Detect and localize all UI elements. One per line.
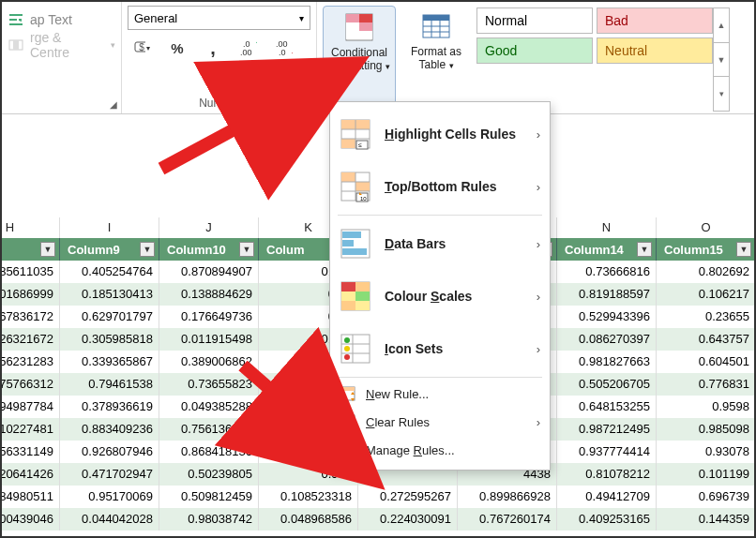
conditional-formatting-button[interactable]: ConditionalFormatting ▾ (323, 6, 396, 112)
alignment-dialog-launcher[interactable]: ◢ (110, 99, 117, 110)
table-cell[interactable]: 0.604501 (657, 351, 756, 373)
table-cell[interactable]: 0.756136164 (159, 418, 259, 441)
table-cell[interactable]: 56231283 (0, 351, 60, 373)
table-cell[interactable]: 56331149 (0, 441, 60, 463)
table-cell[interactable]: 85611035 (0, 261, 60, 283)
table-cell[interactable]: 94987784 (0, 396, 60, 418)
table-cell[interactable]: 0.899866928 (458, 486, 557, 508)
table-cell[interactable]: 0.378936619 (60, 396, 159, 418)
table-cell[interactable]: 0.471702947 (60, 463, 159, 486)
style-scroll-more[interactable]: ▾ (714, 77, 729, 111)
table-cell[interactable]: 0.106217 (657, 283, 756, 306)
table-header-cell[interactable]: Column9▼ (60, 238, 159, 261)
table-cell[interactable]: 0.696739 (657, 486, 756, 508)
table-cell[interactable]: 0.389006862 (159, 351, 259, 373)
table-cell[interactable]: 20641426 (0, 463, 60, 486)
table-cell[interactable]: 0.79461538 (60, 373, 159, 396)
table-cell[interactable]: 0.011915498 (159, 328, 259, 351)
wrap-text-button[interactable]: ap Text (8, 11, 115, 28)
filter-dropdown-icon[interactable]: ▼ (736, 242, 751, 257)
table-cell[interactable]: 0.144359 (657, 508, 756, 531)
increase-decimal-button[interactable]: .0.00 (234, 36, 263, 60)
format-as-table-button[interactable]: Format asTable ▾ (400, 6, 473, 112)
table-cell[interactable]: 0.870894907 (159, 261, 259, 283)
comma-button[interactable]: , (199, 36, 227, 60)
menu-new-rule[interactable]: New Rule... (330, 380, 550, 408)
table-cell[interactable]: 0.224030091 (358, 508, 458, 531)
table-cell[interactable]: 0.73666816 (557, 261, 657, 283)
table-cell[interactable]: 0.98038742 (159, 508, 259, 531)
table-cell[interactable]: 67836172 (0, 306, 60, 328)
table-cell[interactable]: 0.648153255 (557, 396, 657, 418)
table-cell[interactable]: 0.509812459 (159, 486, 259, 508)
table-cell[interactable]: 0.987212495 (557, 418, 657, 441)
table-cell[interactable]: 0.985098 (657, 418, 756, 441)
filter-dropdown-icon[interactable]: ▼ (140, 242, 155, 257)
table-cell[interactable]: 0.802692 (657, 261, 756, 283)
menu-highlight-cells-rules[interactable]: ≤ Highlight Cells Rules › (330, 108, 550, 160)
table-cell[interactable]: 0.93078 (657, 441, 756, 463)
menu-manage-rules[interactable]: Manage Rules... (330, 436, 550, 464)
number-dialog-launcher[interactable]: ◢ (305, 99, 312, 110)
merge-centre-button[interactable]: rge & Centre ▾ (8, 30, 115, 60)
table-cell[interactable]: 0.409253165 (557, 508, 657, 531)
table-cell[interactable]: 0.529943396 (557, 306, 657, 328)
column-header[interactable]: J (159, 217, 259, 238)
table-cell[interactable]: 0.138884629 (159, 283, 259, 306)
percent-button[interactable]: % (163, 36, 191, 60)
menu-data-bars[interactable]: Data Bars › (330, 217, 550, 270)
table-cell[interactable]: 0.108523318 (259, 486, 358, 508)
style-normal[interactable]: Normal (476, 7, 593, 34)
table-cell[interactable]: 00439046 (0, 508, 60, 531)
style-scroll-down[interactable]: ▼ (714, 43, 729, 78)
table-cell[interactable]: 0.044042028 (60, 508, 159, 531)
table-cell[interactable]: 0.049385288 (159, 396, 259, 418)
table-header-cell[interactable]: umn8▼ (0, 238, 60, 261)
column-header[interactable]: H (0, 217, 60, 238)
table-cell[interactable]: 0.767260174 (458, 508, 557, 531)
table-cell[interactable]: 0.339365867 (60, 351, 159, 373)
table-cell[interactable]: 0.505206705 (557, 373, 657, 396)
table-cell[interactable]: 0.101199 (657, 463, 756, 486)
table-cell[interactable]: 0.49412709 (557, 486, 657, 508)
table-cell[interactable]: 0.185130413 (60, 283, 159, 306)
table-cell[interactable]: 26321672 (0, 328, 60, 351)
table-cell[interactable]: 0.629701797 (60, 306, 159, 328)
table-cell[interactable]: 0.883409236 (60, 418, 159, 441)
table-cell[interactable]: 0.81078212 (557, 463, 657, 486)
filter-dropdown-icon[interactable]: ▼ (637, 242, 652, 257)
menu-top-bottom-rules[interactable]: 10 Top/Bottom Rules › (330, 160, 550, 213)
table-cell[interactable]: 0.405254764 (60, 261, 159, 283)
table-cell[interactable]: 0.926807946 (60, 441, 159, 463)
style-neutral[interactable]: Neutral (597, 37, 713, 64)
table-cell[interactable]: 0.086270397 (557, 328, 657, 351)
table-cell[interactable]: 01686999 (0, 283, 60, 306)
style-scroll-up[interactable]: ▲ (714, 8, 729, 43)
table-cell[interactable]: 0.272595267 (358, 486, 458, 508)
table-cell[interactable]: 0.305985818 (60, 328, 159, 351)
table-cell[interactable]: 10227481 (0, 418, 60, 441)
menu-clear-rules[interactable]: Clear Rules › (330, 408, 550, 436)
table-cell[interactable]: 0.176649736 (159, 306, 259, 328)
number-format-select[interactable]: General ▾ (128, 6, 310, 30)
table-cell[interactable]: 0.048968586 (259, 508, 358, 531)
column-header[interactable]: N (557, 217, 657, 238)
table-header-cell[interactable]: Column14▼ (557, 238, 657, 261)
style-bad[interactable]: Bad (597, 7, 713, 34)
table-cell[interactable]: 84980511 (0, 486, 60, 508)
table-cell[interactable]: 75766312 (0, 373, 60, 396)
filter-dropdown-icon[interactable]: ▼ (239, 242, 254, 257)
table-cell[interactable]: 0.50239805 (159, 463, 259, 486)
menu-icon-sets[interactable]: Icon Sets › (330, 322, 550, 375)
table-cell[interactable]: 0.776831 (657, 373, 756, 396)
table-cell[interactable]: 0.981827663 (557, 351, 657, 373)
style-good[interactable]: Good (476, 37, 593, 64)
menu-colour-scales[interactable]: Colour Scales › (330, 270, 550, 322)
table-cell[interactable]: 0.9598 (657, 396, 756, 418)
table-cell[interactable]: 0.643757 (657, 328, 756, 351)
table-header-cell[interactable]: Column15▼ (657, 238, 756, 261)
column-header[interactable]: O (657, 217, 756, 238)
table-cell[interactable]: 0.95170069 (60, 486, 159, 508)
column-header[interactable]: I (60, 217, 159, 238)
accounting-format-button[interactable]: $ ▾ (128, 36, 156, 60)
